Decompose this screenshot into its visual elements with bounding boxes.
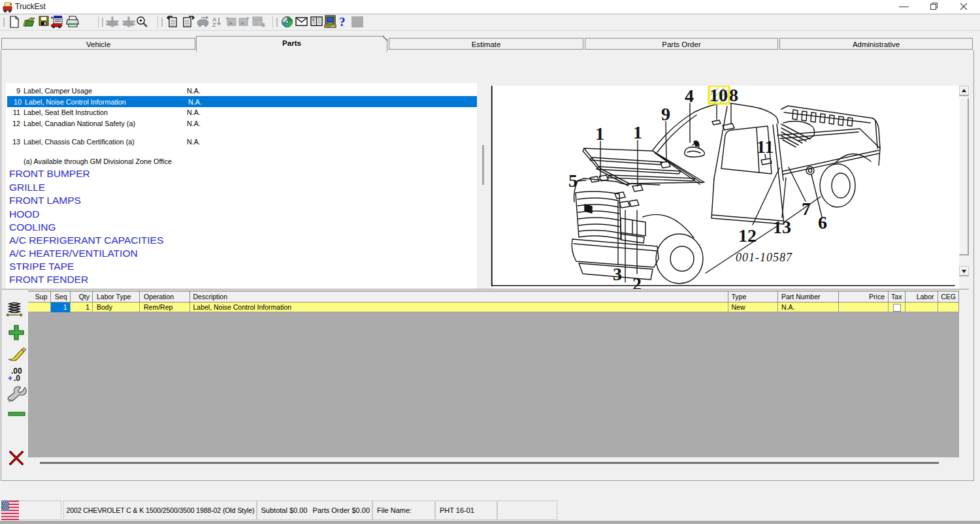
svg-text:1: 1 xyxy=(633,122,642,142)
svg-text:11: 11 xyxy=(757,137,774,157)
svg-text:10: 10 xyxy=(710,86,728,105)
svg-text:5: 5 xyxy=(568,171,578,191)
svg-text:3: 3 xyxy=(613,264,622,284)
svg-text:+: + xyxy=(8,374,12,383)
svg-text:9: 9 xyxy=(661,104,670,124)
svg-text:2: 2 xyxy=(632,274,642,289)
svg-text:6: 6 xyxy=(818,212,827,233)
svg-text:4: 4 xyxy=(685,86,694,106)
svg-text:13: 13 xyxy=(773,217,791,237)
svg-text:1: 1 xyxy=(595,123,604,144)
svg-text:12: 12 xyxy=(738,225,757,246)
svg-text:7: 7 xyxy=(802,199,811,219)
svg-text:8: 8 xyxy=(729,86,738,105)
svg-text:001-10587: 001-10587 xyxy=(736,251,792,264)
svg-text:5: 5 xyxy=(262,23,265,27)
svg-text:Z: Z xyxy=(212,22,216,28)
svg-text:?: ? xyxy=(339,15,346,29)
svg-text:.0: .0 xyxy=(14,374,20,383)
